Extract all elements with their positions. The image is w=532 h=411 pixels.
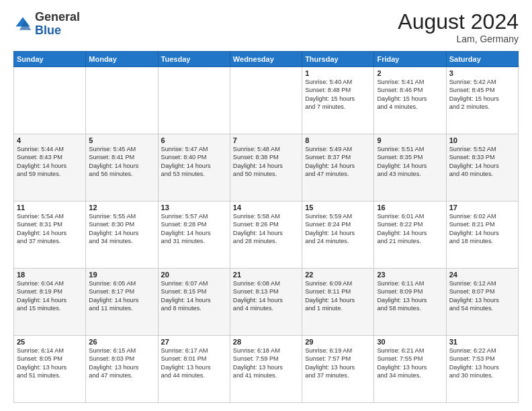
- day-info: Sunrise: 6:04 AM Sunset: 8:19 PM Dayligh…: [17, 279, 83, 313]
- day-number: 28: [233, 338, 299, 346]
- day-number: 29: [305, 338, 371, 346]
- day-info: Sunrise: 5:51 AM Sunset: 8:35 PM Dayligh…: [377, 145, 443, 179]
- week-row-0: 1Sunrise: 5:40 AM Sunset: 8:48 PM Daylig…: [14, 67, 519, 134]
- calendar-cell: [86, 67, 158, 134]
- week-row-1: 4Sunrise: 5:44 AM Sunset: 8:43 PM Daylig…: [14, 134, 519, 201]
- day-info: Sunrise: 5:49 AM Sunset: 8:37 PM Dayligh…: [305, 145, 371, 179]
- logo: General Blue: [13, 11, 80, 38]
- day-number: 27: [161, 338, 227, 346]
- day-info: Sunrise: 5:58 AM Sunset: 8:26 PM Dayligh…: [233, 212, 299, 246]
- calendar-cell: 7Sunrise: 5:48 AM Sunset: 8:38 PM Daylig…: [230, 134, 302, 201]
- day-number: 20: [161, 271, 227, 279]
- day-number: 1: [305, 69, 371, 77]
- day-number: 11: [17, 203, 83, 212]
- day-info: Sunrise: 6:14 AM Sunset: 8:05 PM Dayligh…: [17, 347, 83, 380]
- calendar-cell: 8Sunrise: 5:49 AM Sunset: 8:37 PM Daylig…: [302, 134, 374, 201]
- day-number: 30: [377, 338, 443, 346]
- day-info: Sunrise: 5:40 AM Sunset: 8:48 PM Dayligh…: [305, 78, 371, 111]
- week-row-3: 18Sunrise: 6:04 AM Sunset: 8:19 PM Dayli…: [14, 269, 519, 336]
- calendar-cell: 31Sunrise: 6:22 AM Sunset: 7:53 PM Dayli…: [446, 336, 518, 403]
- day-number: 18: [17, 271, 83, 279]
- calendar-cell: 13Sunrise: 5:57 AM Sunset: 8:28 PM Dayli…: [158, 201, 230, 269]
- calendar-cell: 17Sunrise: 6:02 AM Sunset: 8:21 PM Dayli…: [446, 201, 518, 269]
- calendar-cell: 11Sunrise: 5:54 AM Sunset: 8:31 PM Dayli…: [14, 201, 86, 269]
- day-number: 8: [305, 136, 371, 144]
- day-number: 17: [449, 203, 515, 212]
- day-number: 5: [89, 136, 154, 144]
- weekday-thursday: Thursday: [302, 52, 374, 67]
- day-info: Sunrise: 6:01 AM Sunset: 8:22 PM Dayligh…: [377, 212, 443, 246]
- day-info: Sunrise: 5:48 AM Sunset: 8:38 PM Dayligh…: [233, 145, 299, 179]
- calendar-cell: 15Sunrise: 5:59 AM Sunset: 8:24 PM Dayli…: [302, 201, 374, 269]
- day-info: Sunrise: 5:52 AM Sunset: 8:33 PM Dayligh…: [449, 145, 515, 179]
- day-number: 31: [449, 338, 515, 346]
- weekday-monday: Monday: [86, 52, 158, 67]
- day-info: Sunrise: 5:44 AM Sunset: 8:43 PM Dayligh…: [17, 145, 83, 179]
- day-info: Sunrise: 6:11 AM Sunset: 8:09 PM Dayligh…: [377, 279, 443, 313]
- calendar-cell: 22Sunrise: 6:09 AM Sunset: 8:11 PM Dayli…: [302, 269, 374, 336]
- day-info: Sunrise: 6:17 AM Sunset: 8:01 PM Dayligh…: [161, 347, 227, 380]
- logo-general-text: General: [35, 10, 80, 24]
- weekday-friday: Friday: [374, 52, 446, 67]
- calendar-cell: 3Sunrise: 5:42 AM Sunset: 8:45 PM Daylig…: [446, 67, 518, 134]
- calendar-cell: 19Sunrise: 6:05 AM Sunset: 8:17 PM Dayli…: [86, 269, 158, 336]
- calendar-cell: 10Sunrise: 5:52 AM Sunset: 8:33 PM Dayli…: [446, 134, 518, 201]
- day-info: Sunrise: 6:21 AM Sunset: 7:55 PM Dayligh…: [377, 347, 443, 380]
- calendar-cell: 1Sunrise: 5:40 AM Sunset: 8:48 PM Daylig…: [302, 67, 374, 134]
- day-info: Sunrise: 5:54 AM Sunset: 8:31 PM Dayligh…: [17, 212, 83, 246]
- day-number: 22: [305, 271, 371, 279]
- day-number: 6: [161, 136, 227, 144]
- day-info: Sunrise: 5:45 AM Sunset: 8:41 PM Dayligh…: [89, 145, 154, 179]
- calendar-cell: 18Sunrise: 6:04 AM Sunset: 8:19 PM Dayli…: [14, 269, 86, 336]
- day-info: Sunrise: 5:59 AM Sunset: 8:24 PM Dayligh…: [305, 212, 371, 246]
- day-number: 26: [89, 338, 154, 346]
- day-number: 16: [377, 203, 443, 212]
- calendar-cell: 14Sunrise: 5:58 AM Sunset: 8:26 PM Dayli…: [230, 201, 302, 269]
- header: General Blue August 2024 Lam, Germany: [13, 11, 519, 44]
- day-info: Sunrise: 5:47 AM Sunset: 8:40 PM Dayligh…: [161, 145, 227, 179]
- calendar-cell: 5Sunrise: 5:45 AM Sunset: 8:41 PM Daylig…: [86, 134, 158, 201]
- day-info: Sunrise: 6:22 AM Sunset: 7:53 PM Dayligh…: [449, 347, 515, 380]
- calendar-body: 1Sunrise: 5:40 AM Sunset: 8:48 PM Daylig…: [14, 67, 519, 403]
- calendar-cell: 21Sunrise: 6:08 AM Sunset: 8:13 PM Dayli…: [230, 269, 302, 336]
- weekday-saturday: Saturday: [446, 52, 518, 67]
- logo-blue-text: Blue: [35, 24, 61, 37]
- calendar-cell: 26Sunrise: 6:15 AM Sunset: 8:03 PM Dayli…: [86, 336, 158, 403]
- day-number: 13: [161, 203, 227, 212]
- day-number: 12: [89, 203, 154, 212]
- day-info: Sunrise: 6:07 AM Sunset: 8:15 PM Dayligh…: [161, 279, 227, 313]
- title-block: August 2024 Lam, Germany: [398, 11, 519, 44]
- calendar-cell: 25Sunrise: 6:14 AM Sunset: 8:05 PM Dayli…: [14, 336, 86, 403]
- calendar: SundayMondayTuesdayWednesdayThursdayFrid…: [13, 51, 519, 403]
- weekday-tuesday: Tuesday: [158, 52, 230, 67]
- day-number: 23: [377, 271, 443, 279]
- calendar-cell: 30Sunrise: 6:21 AM Sunset: 7:55 PM Dayli…: [374, 336, 446, 403]
- calendar-cell: 9Sunrise: 5:51 AM Sunset: 8:35 PM Daylig…: [374, 134, 446, 201]
- logo-icon: [13, 15, 32, 34]
- weekday-wednesday: Wednesday: [230, 52, 302, 67]
- day-info: Sunrise: 6:05 AM Sunset: 8:17 PM Dayligh…: [89, 279, 154, 313]
- day-number: 25: [17, 338, 83, 346]
- day-number: 24: [449, 271, 515, 279]
- calendar-cell: [230, 67, 302, 134]
- calendar-cell: 6Sunrise: 5:47 AM Sunset: 8:40 PM Daylig…: [158, 134, 230, 201]
- calendar-cell: 24Sunrise: 6:12 AM Sunset: 8:07 PM Dayli…: [446, 269, 518, 336]
- calendar-cell: 12Sunrise: 5:55 AM Sunset: 8:30 PM Dayli…: [86, 201, 158, 269]
- day-info: Sunrise: 6:02 AM Sunset: 8:21 PM Dayligh…: [449, 212, 515, 246]
- week-row-2: 11Sunrise: 5:54 AM Sunset: 8:31 PM Dayli…: [14, 201, 519, 269]
- calendar-cell: 20Sunrise: 6:07 AM Sunset: 8:15 PM Dayli…: [158, 269, 230, 336]
- day-info: Sunrise: 6:12 AM Sunset: 8:07 PM Dayligh…: [449, 279, 515, 313]
- calendar-cell: 28Sunrise: 6:18 AM Sunset: 7:59 PM Dayli…: [230, 336, 302, 403]
- day-info: Sunrise: 5:41 AM Sunset: 8:46 PM Dayligh…: [377, 78, 443, 111]
- week-row-4: 25Sunrise: 6:14 AM Sunset: 8:05 PM Dayli…: [14, 336, 519, 403]
- day-info: Sunrise: 6:08 AM Sunset: 8:13 PM Dayligh…: [233, 279, 299, 313]
- location: Lam, Germany: [398, 34, 519, 44]
- month-year: August 2024: [398, 11, 519, 32]
- weekday-sunday: Sunday: [14, 52, 86, 67]
- calendar-cell: 4Sunrise: 5:44 AM Sunset: 8:43 PM Daylig…: [14, 134, 86, 201]
- weekday-header-row: SundayMondayTuesdayWednesdayThursdayFrid…: [14, 52, 519, 67]
- day-number: 4: [17, 136, 83, 144]
- day-number: 2: [377, 69, 443, 77]
- calendar-cell: [158, 67, 230, 134]
- day-number: 3: [449, 69, 515, 77]
